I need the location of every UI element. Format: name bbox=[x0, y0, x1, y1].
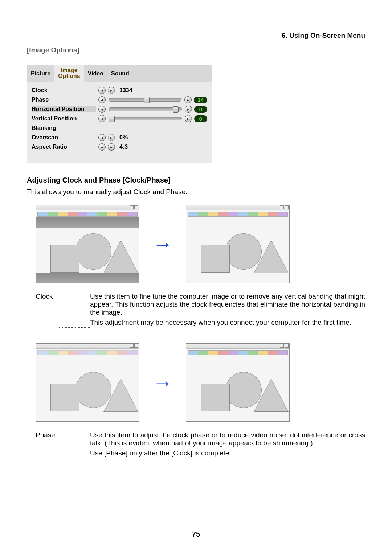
osd-label: Horizontal Position bbox=[32, 106, 96, 112]
clock-example: → bbox=[36, 205, 365, 283]
arrow-right-icon[interactable]: ▸ bbox=[185, 106, 192, 113]
osd-label: Vertical Position bbox=[32, 115, 96, 122]
tab-video[interactable]: Video bbox=[84, 65, 107, 82]
arrow-right-icon[interactable]: ▸ bbox=[184, 96, 192, 103]
value-badge: 34 bbox=[194, 97, 207, 103]
arrow-left-icon[interactable]: ◂ bbox=[98, 134, 106, 141]
arrow-right-icon: → bbox=[152, 232, 173, 256]
osd-tabs: Picture Image Options Video Sound bbox=[27, 65, 212, 82]
def-text: This adjustment may be necessary when yo… bbox=[90, 319, 365, 327]
subheading: Adjusting Clock and Phase [Clock/Phase] bbox=[27, 176, 365, 184]
osd-row-blanking: Blanking bbox=[32, 123, 207, 133]
def-label: Clock bbox=[36, 292, 90, 329]
def-text: Use [Phase] only after the [Clock] is co… bbox=[90, 449, 365, 457]
arrow-right-icon[interactable]: ▸ bbox=[108, 143, 115, 151]
arrow-left-icon[interactable]: ◂ bbox=[98, 87, 106, 94]
osd-value: 4:3 bbox=[119, 144, 128, 150]
def-label: Phase bbox=[36, 431, 90, 459]
def-text: Use this item to adjust the clock phase … bbox=[90, 431, 365, 447]
arrow-left-icon[interactable]: ◂ bbox=[98, 106, 106, 113]
page-number: 75 bbox=[0, 530, 392, 538]
example-after bbox=[186, 205, 290, 283]
tab-image-options[interactable]: Image Options bbox=[54, 65, 84, 82]
slider[interactable] bbox=[109, 107, 182, 111]
osd-menu: Picture Image Options Video Sound Clock … bbox=[27, 65, 212, 163]
osd-label: Blanking bbox=[32, 125, 96, 131]
definition-clock: Clock Use this item to fine tune the com… bbox=[36, 292, 365, 329]
value-badge: 0 bbox=[194, 106, 207, 113]
example-before bbox=[36, 343, 139, 422]
def-text: Use this item to fine tune the computer … bbox=[90, 292, 365, 316]
osd-row-clock: Clock ◂ ▸ 1334 bbox=[32, 86, 207, 95]
arrow-left-icon[interactable]: ◂ bbox=[98, 143, 106, 151]
osd-row-phase: Phase ◂ ▸ 34 bbox=[32, 95, 207, 105]
osd-label: Overscan bbox=[32, 134, 96, 141]
arrow-right-icon: → bbox=[152, 371, 173, 394]
osd-row-hpos: Horizontal Position ◂ ▸ 0 bbox=[32, 105, 207, 114]
slider[interactable] bbox=[109, 117, 182, 120]
osd-row-aspect: Aspect Ratio ◂ ▸ 4:3 bbox=[32, 142, 207, 152]
osd-row-vpos: Vertical Position ◂ ▸ 0 bbox=[32, 114, 207, 123]
osd-label: Aspect Ratio bbox=[32, 144, 96, 150]
chapter-heading: 6. Using On-Screen Menu bbox=[27, 32, 365, 40]
osd-label: Phase bbox=[32, 97, 96, 103]
tab-sound[interactable]: Sound bbox=[107, 65, 133, 82]
arrow-right-icon[interactable]: ▸ bbox=[185, 115, 192, 122]
phase-example: → bbox=[36, 343, 365, 422]
osd-value: 0% bbox=[119, 134, 128, 141]
section-title: [Image Options] bbox=[27, 46, 365, 54]
arrow-right-icon[interactable]: ▸ bbox=[108, 134, 115, 141]
arrow-left-icon[interactable]: ◂ bbox=[98, 115, 106, 122]
arrow-left-icon[interactable]: ◂ bbox=[98, 96, 106, 103]
tab-picture[interactable]: Picture bbox=[27, 65, 54, 82]
osd-row-overscan: Overscan ◂ ▸ 0% bbox=[32, 133, 207, 142]
value-badge: 0 bbox=[194, 115, 207, 122]
definition-phase: Phase Use this item to adjust the clock … bbox=[36, 431, 365, 459]
example-after bbox=[186, 343, 290, 422]
arrow-right-icon[interactable]: ▸ bbox=[108, 87, 115, 94]
example-before bbox=[36, 205, 139, 283]
slider[interactable] bbox=[109, 98, 181, 102]
osd-value: 1334 bbox=[119, 87, 132, 94]
intro-text: This allows you to manually adjust Clock… bbox=[27, 188, 365, 196]
osd-label: Clock bbox=[32, 87, 96, 94]
